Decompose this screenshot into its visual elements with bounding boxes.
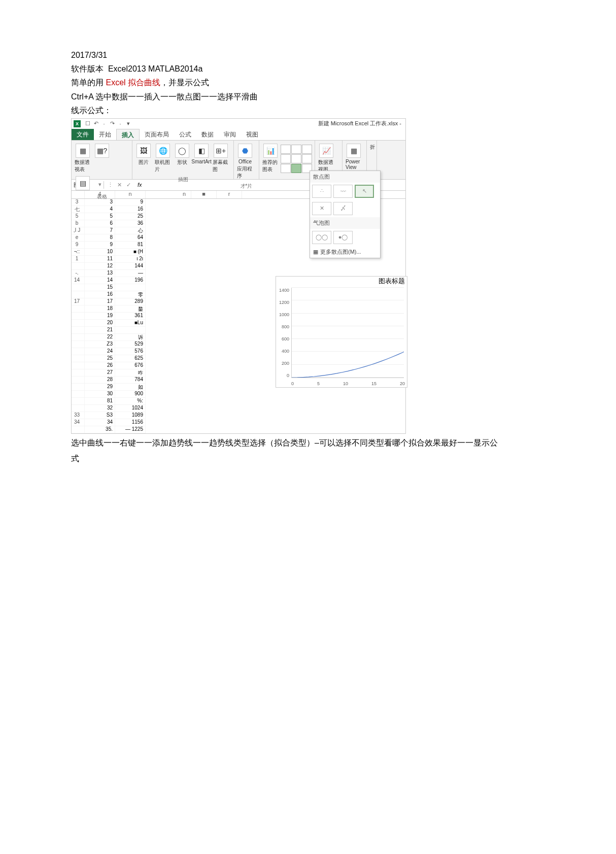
row-header[interactable]: e [72, 234, 85, 242]
row-header[interactable]: 17 [72, 298, 85, 305]
btn-rec-pivot[interactable]: ▦? [93, 143, 111, 174]
row-header[interactable]: -. [72, 270, 85, 277]
cell[interactable]: 34 [85, 419, 115, 426]
row-header[interactable] [72, 320, 85, 327]
btn-office-apps[interactable]: ⬣Office应用程序 [236, 143, 254, 181]
cell[interactable]: 12 [85, 263, 115, 270]
cell[interactable]: 361 [115, 313, 146, 320]
cell[interactable]: 24 [85, 348, 115, 355]
chart-area-icon[interactable] [281, 154, 291, 163]
cell[interactable]: 3 [85, 199, 115, 206]
qa-redo-icon[interactable]: ↷ [108, 120, 116, 127]
scatter-opt-5[interactable]: 〆 [333, 202, 353, 215]
cell[interactable]: 900 [115, 391, 146, 398]
row-header[interactable]: 33 [72, 412, 85, 419]
tab-file[interactable]: 文件 [72, 129, 94, 140]
btn-shape[interactable]: ◯形状 [173, 143, 191, 174]
tab-view[interactable]: 视图 [241, 129, 263, 140]
row-header[interactable] [72, 327, 85, 334]
row-header[interactable] [72, 341, 85, 348]
scatter-opt-4[interactable]: ✕ [312, 202, 331, 215]
row-header[interactable] [72, 405, 85, 412]
cell[interactable]: 20 [85, 320, 115, 327]
scatter-opt-smooth[interactable]: ↖ [355, 185, 374, 198]
row-header[interactable] [72, 377, 85, 384]
row-header[interactable]: 34 [72, 419, 85, 426]
row-header[interactable] [72, 305, 85, 313]
cell[interactable]: 81 [85, 398, 115, 405]
cell[interactable]: 1156 [115, 419, 146, 426]
cell[interactable]: 咋 [115, 369, 146, 377]
cell[interactable]: 16 [115, 206, 146, 213]
cell[interactable]: ■ (H [115, 249, 146, 256]
cell[interactable]: 如 [115, 384, 146, 391]
row-header[interactable] [72, 284, 85, 291]
tab-home[interactable]: 开始 [94, 129, 116, 140]
btn-pic[interactable]: 🖼图片 [134, 143, 153, 174]
qa-dropdown-icon[interactable]: ▾ [124, 120, 132, 127]
row-header[interactable]: ¬:: [72, 249, 85, 256]
cell[interactable]: S3 [85, 412, 115, 419]
cell[interactable]: %: [115, 398, 146, 405]
cell[interactable]: 9 [85, 242, 115, 249]
btn-sparkline[interactable]: 折 [369, 143, 376, 152]
cell[interactable]: 鍪 [115, 305, 146, 313]
cell[interactable]: — 1225 [115, 426, 146, 433]
cell[interactable]: 27 [85, 369, 115, 377]
btn-screenshot[interactable]: ⊞+屏幕截图 [212, 143, 230, 174]
btn-rec-charts[interactable]: 📊推荐的图表 [261, 143, 280, 174]
btn-powerview[interactable]: ▦Power View [345, 143, 363, 171]
excel-icon[interactable]: X [74, 120, 81, 127]
cell[interactable]: 16 [85, 291, 115, 298]
cell[interactable]: 625 [115, 355, 146, 362]
row-header[interactable]: ,I J [72, 227, 85, 234]
cell[interactable]: 676 [115, 362, 146, 369]
cell[interactable]: 289 [115, 298, 146, 305]
cell[interactable]: 64 [115, 234, 146, 242]
btn-table[interactable]: ▤ [74, 175, 92, 191]
row-header[interactable] [72, 291, 85, 298]
cell[interactable]: 11 [85, 256, 115, 263]
bubble-opt-2[interactable]: ●◯ [333, 231, 353, 244]
scatter-opt-2[interactable]: 〰 [333, 185, 353, 198]
cell[interactable]: 29 [85, 384, 115, 391]
chart-misc-icon[interactable] [302, 145, 312, 154]
more-scatter-link[interactable]: ▦更多散点图(M)... [310, 246, 380, 258]
chart-bar-icon[interactable] [281, 145, 291, 154]
cell[interactable]: 144 [115, 263, 146, 270]
cell[interactable]: 6 [85, 220, 115, 227]
cell[interactable]: 25 [85, 355, 115, 362]
row-header[interactable]: 1 [72, 256, 85, 263]
row-header[interactable] [72, 398, 85, 405]
cell[interactable]: 21 [85, 327, 115, 334]
row-header[interactable] [72, 369, 85, 377]
cell[interactable]: 心 [115, 227, 146, 234]
chart-col-icon[interactable] [291, 154, 301, 163]
cell[interactable]: 18 [85, 305, 115, 313]
chart-pie-icon[interactable] [281, 164, 291, 173]
cell[interactable]: 196 [115, 277, 146, 284]
qa-undo-icon[interactable]: ↶ [92, 120, 100, 127]
qa-save-icon[interactable]: ☐ [84, 120, 92, 127]
chart-type-grid[interactable] [281, 143, 312, 173]
row-header[interactable] [72, 391, 85, 398]
cell[interactable]: 28 [85, 377, 115, 384]
cell[interactable]: ι 2ι [115, 256, 146, 263]
tab-review[interactable]: 审阅 [219, 129, 241, 140]
cell[interactable] [115, 327, 146, 334]
btn-online[interactable]: 🌐联机图片 [154, 143, 172, 174]
row-header[interactable] [72, 426, 85, 433]
cell[interactable]: 19 [85, 313, 115, 320]
btn-pivot[interactable]: ▦数据透视表 [74, 143, 92, 174]
row-header[interactable]: 9 [72, 242, 85, 249]
cell[interactable]: 7 [85, 227, 115, 234]
chart-scatter-icon[interactable] [291, 164, 301, 173]
cell[interactable]: 30 [85, 391, 115, 398]
btn-smartart[interactable]: ◧SmartArt [192, 143, 211, 174]
row-header[interactable] [72, 334, 85, 341]
cell[interactable]: 17 [85, 298, 115, 305]
cell[interactable]: 1089 [115, 412, 146, 419]
cell[interactable]: 576 [115, 348, 146, 355]
cell[interactable]: 4 [85, 206, 115, 213]
cell[interactable]: 15 [85, 284, 115, 291]
